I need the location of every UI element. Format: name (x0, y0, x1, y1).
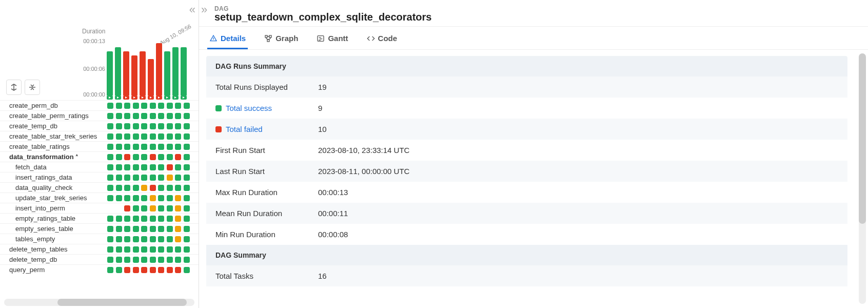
task-instance-cell[interactable] (133, 226, 139, 232)
scrollbar-thumb[interactable] (57, 299, 187, 306)
task-instance-cell[interactable] (158, 205, 164, 211)
task-instance-cell[interactable] (175, 185, 181, 191)
detail-key[interactable]: Total success (215, 104, 318, 112)
task-instance-cell[interactable] (141, 246, 147, 253)
task-instance-cell[interactable] (184, 154, 190, 160)
tab-gantt[interactable]: Gantt (314, 29, 350, 49)
task-instance-cell[interactable] (124, 236, 130, 242)
task-instance-cell[interactable] (107, 267, 113, 273)
task-instance-cell[interactable] (167, 216, 173, 222)
task-instance-cell[interactable] (116, 267, 122, 273)
task-instance-cell[interactable] (167, 257, 173, 263)
task-instance-cell[interactable] (184, 123, 190, 129)
task-instance-cell[interactable] (167, 113, 173, 119)
task-instance-cell[interactable] (184, 144, 190, 150)
run-marker[interactable] (172, 95, 179, 100)
task-instance-cell[interactable] (150, 144, 156, 150)
task-instance-cell[interactable] (124, 205, 130, 211)
task-instance-cell[interactable] (167, 205, 173, 211)
task-instance-cell[interactable] (184, 267, 190, 273)
task-instance-cell[interactable] (116, 236, 122, 242)
task-instance-cell[interactable] (167, 246, 173, 253)
task-instance-cell[interactable] (124, 103, 130, 109)
task-instance-cell[interactable] (167, 195, 173, 201)
task-instance-cell[interactable] (133, 216, 139, 222)
duration-bar[interactable] (172, 47, 179, 95)
collapse-left-icon[interactable]: « (189, 4, 195, 15)
task-instance-cell[interactable] (158, 236, 164, 242)
task-instance-cell[interactable] (167, 103, 173, 109)
task-instance-cell[interactable] (124, 195, 130, 201)
task-instance-cell[interactable] (141, 154, 147, 160)
task-instance-cell[interactable] (150, 175, 156, 181)
task-instance-cell[interactable] (175, 236, 181, 242)
task-instance-cell[interactable] (184, 205, 190, 211)
task-instance-cell[interactable] (107, 144, 113, 150)
task-instance-cell[interactable] (158, 175, 164, 181)
task-instance-cell[interactable] (124, 257, 130, 263)
task-instance-cell[interactable] (124, 216, 130, 222)
run-marker[interactable] (115, 95, 121, 100)
task-instance-cell[interactable] (124, 113, 130, 119)
task-instance-cell[interactable] (141, 123, 147, 129)
task-instance-cell[interactable] (158, 257, 164, 263)
task-instance-cell[interactable] (184, 164, 190, 170)
task-instance-cell[interactable] (116, 133, 122, 140)
task-instance-cell[interactable] (141, 175, 147, 181)
task-instance-cell[interactable] (133, 123, 139, 129)
task-instance-cell[interactable] (133, 205, 139, 211)
task-instance-cell[interactable] (167, 185, 173, 191)
task-instance-cell[interactable] (184, 226, 190, 232)
task-name[interactable]: delete_temp_tables (0, 245, 104, 253)
duration-bar[interactable] (181, 47, 187, 95)
task-instance-cell[interactable] (158, 133, 164, 140)
duration-bar[interactable] (164, 51, 170, 95)
task-instance-cell[interactable] (150, 154, 156, 160)
task-instance-cell[interactable] (175, 144, 181, 150)
task-instance-cell[interactable] (150, 226, 156, 232)
task-instance-cell[interactable] (184, 216, 190, 222)
task-instance-cell[interactable] (158, 195, 164, 201)
task-instance-cell[interactable] (116, 123, 122, 129)
task-instance-cell[interactable] (141, 195, 147, 201)
task-instance-cell[interactable] (116, 154, 122, 160)
task-instance-cell[interactable] (184, 175, 190, 181)
task-instance-cell[interactable] (184, 103, 190, 109)
task-instance-cell[interactable] (141, 267, 147, 273)
task-instance-cell[interactable] (116, 164, 122, 170)
task-instance-cell[interactable] (175, 205, 181, 211)
task-instance-cell[interactable] (107, 154, 113, 160)
task-instance-cell[interactable] (175, 133, 181, 140)
task-instance-cell[interactable] (141, 113, 147, 119)
task-instance-cell[interactable] (167, 226, 173, 232)
task-name[interactable]: empty_series_table (0, 225, 104, 233)
task-instance-cell[interactable] (150, 267, 156, 273)
task-instance-cell[interactable] (167, 267, 173, 273)
task-instance-cell[interactable] (150, 195, 156, 201)
task-instance-cell[interactable] (184, 113, 190, 119)
run-marker[interactable] (123, 95, 129, 100)
task-instance-cell[interactable] (124, 154, 130, 160)
task-instance-cell[interactable] (141, 226, 147, 232)
task-instance-cell[interactable] (175, 195, 181, 201)
task-instance-cell[interactable] (184, 133, 190, 140)
task-instance-cell[interactable] (158, 216, 164, 222)
task-instance-cell[interactable] (141, 216, 147, 222)
task-instance-cell[interactable] (167, 133, 173, 140)
task-instance-cell[interactable] (124, 246, 130, 253)
task-name[interactable]: data_transformation ˄ (0, 153, 104, 161)
task-instance-cell[interactable] (175, 267, 181, 273)
task-instance-cell[interactable] (133, 175, 139, 181)
task-instance-cell[interactable] (141, 257, 147, 263)
detail-vertical-scrollbar[interactable] (859, 53, 866, 304)
task-instance-cell[interactable] (175, 246, 181, 253)
task-instance-cell[interactable] (116, 257, 122, 263)
task-instance-cell[interactable] (158, 164, 164, 170)
task-name[interactable]: tables_empty (0, 235, 104, 243)
task-name[interactable]: create_perm_db (0, 102, 104, 109)
task-instance-cell[interactable] (141, 205, 147, 211)
task-instance-cell[interactable] (158, 154, 164, 160)
tab-graph[interactable]: Graph (262, 29, 300, 49)
task-name[interactable]: create_table_perm_ratings (0, 112, 104, 120)
scrollbar-thumb[interactable] (859, 53, 866, 224)
